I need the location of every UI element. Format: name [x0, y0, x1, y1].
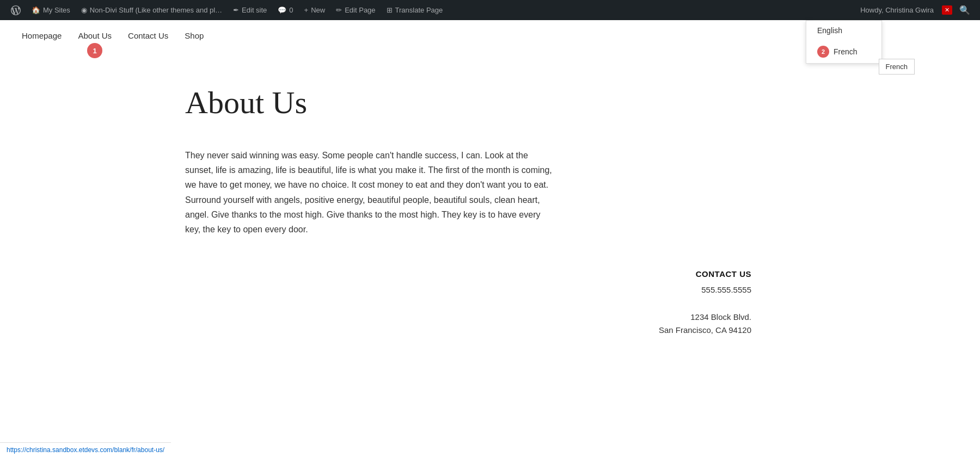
admin-bar-right: Howdy, Christina Gwira ✕ 🔍 [855, 5, 975, 15]
my-sites-label: My Sites [43, 6, 70, 14]
admin-bar: 🏠 My Sites ◉ Non-Divi Stuff (Like other … [0, 0, 980, 20]
howdy-text: Howdy, Christina Gwira [855, 6, 939, 14]
french-tooltip: French [879, 59, 915, 75]
main-content: About Us They never said winning was eas… [163, 52, 817, 359]
non-divi-button[interactable]: ◉ Non-Divi Stuff (Like other themes and … [76, 0, 228, 20]
comment-icon: 💬 [278, 6, 286, 14]
contact-address: 1234 Block Blvd. San Francisco, CA 94120 [185, 311, 751, 337]
about-link[interactable]: About Us [78, 31, 112, 40]
comments-count: 0 [289, 6, 293, 14]
edit-site-icon: ✒ [233, 6, 239, 14]
nav-item-shop[interactable]: Shop [185, 31, 204, 41]
page-body: They never said winning was easy. Some p… [185, 148, 555, 237]
contact-phone: 555.555.5555 [185, 285, 751, 294]
edit-page-button[interactable]: ✏ Edit Page [330, 0, 381, 20]
nav-item-homepage[interactable]: Homepage [22, 31, 62, 41]
new-button[interactable]: + New [299, 0, 331, 20]
home-icon: 🏠 [32, 6, 40, 14]
address-line2: San Francisco, CA 94120 [185, 324, 751, 337]
contact-section: CONTACT US 555.555.5555 1234 Block Blvd.… [185, 269, 795, 337]
french-badge: 2 [817, 46, 829, 58]
language-dropdown: English 2 French [806, 20, 882, 64]
non-divi-label: Non-Divi Stuff (Like other themes and pl… [90, 6, 222, 14]
homepage-link[interactable]: Homepage [22, 31, 62, 40]
contact-heading: CONTACT US [185, 269, 751, 279]
translate-page-button[interactable]: ⊞ Translate Page [381, 0, 449, 20]
lang-option-english[interactable]: English [806, 21, 881, 40]
edit-site-button[interactable]: ✒ Edit site [228, 0, 272, 20]
nav-item-about[interactable]: About Us 1 [78, 31, 112, 41]
tooltip-text: French [886, 63, 908, 71]
french-label: French [834, 47, 857, 56]
new-label: New [311, 6, 325, 14]
pencil-icon: ✏ [336, 6, 342, 14]
english-label: English [817, 26, 842, 35]
translate-icon: ⊞ [387, 6, 393, 14]
address-line1: 1234 Block Blvd. [185, 311, 751, 324]
my-sites-button[interactable]: 🏠 My Sites [26, 0, 76, 20]
nav-item-contact[interactable]: Contact Us [128, 31, 168, 41]
edit-site-label: Edit site [242, 6, 267, 14]
nav-links: Homepage About Us 1 Contact Us Shop [22, 31, 204, 41]
lang-option-french[interactable]: 2 French [806, 40, 881, 63]
comments-button[interactable]: 💬 0 [272, 0, 298, 20]
shop-link[interactable]: Shop [185, 31, 204, 40]
edit-page-label: Edit Page [345, 6, 375, 14]
contact-link[interactable]: Contact Us [128, 31, 168, 40]
plus-icon: + [304, 6, 309, 14]
theme-icon: ◉ [81, 6, 87, 14]
about-badge: 1 [87, 43, 102, 58]
notification-badge: ✕ [942, 5, 952, 15]
translate-page-label: Translate Page [395, 6, 443, 14]
page-title: About Us [185, 84, 795, 121]
search-icon[interactable]: 🔍 [955, 5, 975, 15]
wordpress-logo[interactable] [5, 0, 26, 20]
